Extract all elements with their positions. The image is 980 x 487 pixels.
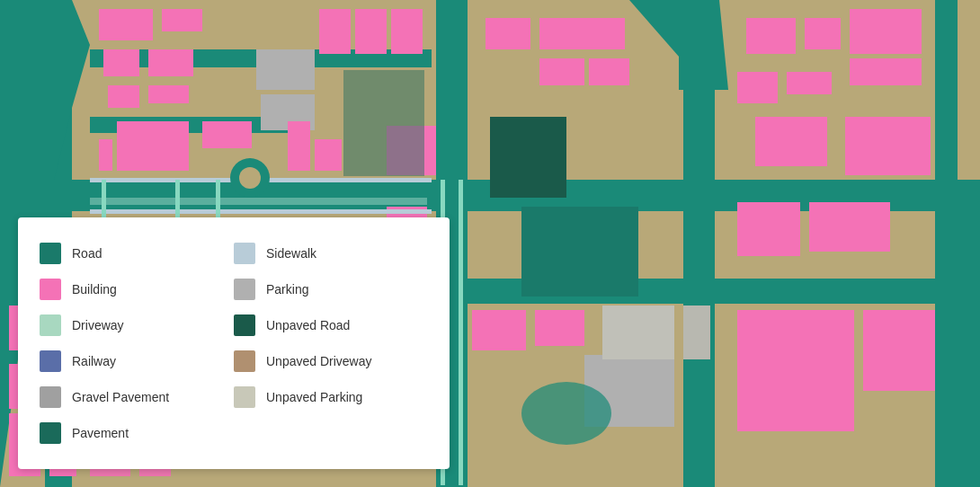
svg-rect-68 bbox=[539, 18, 584, 49]
svg-rect-43 bbox=[90, 209, 432, 214]
legend-panel: Road Sidewalk Building Parking Driveway bbox=[18, 217, 450, 469]
svg-rect-40 bbox=[256, 49, 315, 90]
driveway-label: Driveway bbox=[72, 318, 124, 332]
sidewalk-label: Sidewalk bbox=[266, 246, 316, 261]
svg-rect-53 bbox=[90, 198, 427, 205]
svg-rect-35 bbox=[845, 117, 931, 175]
building-swatch bbox=[40, 279, 61, 300]
legend-grid: Road Sidewalk Building Parking Driveway bbox=[40, 235, 428, 451]
pavement-swatch bbox=[40, 422, 61, 444]
svg-rect-14 bbox=[103, 49, 139, 76]
svg-rect-17 bbox=[148, 85, 189, 103]
legend-item-unpaved-road: Unpaved Road bbox=[234, 307, 428, 343]
legend-item-unpaved-driveway: Unpaved Driveway bbox=[234, 343, 428, 379]
svg-rect-20 bbox=[99, 139, 112, 171]
svg-rect-39 bbox=[809, 202, 890, 252]
svg-rect-38 bbox=[737, 202, 800, 256]
svg-rect-77 bbox=[944, 180, 980, 487]
unpaved-road-swatch bbox=[234, 314, 255, 336]
road-label: Road bbox=[72, 246, 102, 261]
svg-rect-83 bbox=[343, 70, 424, 176]
unpaved-parking-label: Unpaved Parking bbox=[266, 390, 362, 404]
legend-item-parking: Parking bbox=[234, 271, 428, 307]
legend-item-railway: Railway bbox=[40, 343, 234, 379]
svg-rect-16 bbox=[108, 85, 139, 108]
gravel-swatch bbox=[40, 386, 61, 408]
svg-point-80 bbox=[521, 382, 611, 445]
svg-rect-18 bbox=[117, 121, 189, 171]
svg-rect-12 bbox=[99, 9, 153, 40]
legend-item-road: Road bbox=[40, 235, 234, 271]
svg-rect-71 bbox=[589, 58, 629, 85]
legend-item-driveway: Driveway bbox=[40, 307, 234, 343]
unpaved-parking-swatch bbox=[234, 386, 255, 408]
svg-rect-82 bbox=[315, 139, 342, 171]
legend-item-sidewalk: Sidewalk bbox=[234, 235, 428, 271]
svg-rect-28 bbox=[746, 18, 796, 54]
svg-rect-13 bbox=[162, 9, 202, 31]
svg-rect-22 bbox=[355, 9, 387, 54]
svg-rect-37 bbox=[863, 310, 935, 391]
unpaved-road-label: Unpaved Road bbox=[266, 318, 350, 332]
svg-rect-79 bbox=[683, 305, 710, 359]
svg-rect-51 bbox=[535, 310, 584, 346]
svg-rect-78 bbox=[602, 305, 674, 359]
svg-rect-81 bbox=[288, 121, 310, 171]
svg-rect-67 bbox=[486, 18, 530, 49]
parking-swatch bbox=[234, 279, 255, 300]
svg-rect-30 bbox=[850, 9, 922, 54]
svg-rect-27 bbox=[521, 207, 638, 297]
svg-rect-36 bbox=[737, 310, 854, 431]
driveway-swatch bbox=[40, 314, 61, 336]
svg-rect-32 bbox=[737, 72, 778, 103]
svg-rect-69 bbox=[584, 18, 625, 49]
svg-rect-34 bbox=[755, 117, 827, 166]
road-swatch bbox=[40, 243, 61, 264]
map-container: Road Sidewalk Building Parking Driveway bbox=[0, 0, 980, 487]
unpaved-driveway-label: Unpaved Driveway bbox=[266, 354, 372, 368]
legend-item-gravel: Gravel Pavement bbox=[40, 379, 234, 415]
svg-rect-15 bbox=[148, 49, 193, 76]
sidewalk-swatch bbox=[234, 243, 255, 264]
svg-point-55 bbox=[239, 167, 261, 189]
svg-rect-29 bbox=[805, 18, 841, 49]
svg-rect-19 bbox=[202, 121, 252, 148]
svg-rect-50 bbox=[472, 310, 526, 350]
parking-label: Parking bbox=[266, 282, 308, 297]
svg-rect-23 bbox=[391, 9, 423, 54]
railway-swatch bbox=[40, 350, 61, 372]
unpaved-driveway-swatch bbox=[234, 350, 255, 372]
legend-item-unpaved-parking: Unpaved Parking bbox=[234, 379, 428, 415]
building-label: Building bbox=[72, 282, 117, 297]
gravel-label: Gravel Pavement bbox=[72, 390, 169, 404]
svg-rect-26 bbox=[490, 117, 566, 198]
svg-rect-70 bbox=[539, 58, 584, 85]
railway-label: Railway bbox=[72, 354, 116, 368]
legend-item-pavement: Pavement bbox=[40, 415, 234, 451]
legend-item-building: Building bbox=[40, 271, 234, 307]
pavement-label: Pavement bbox=[72, 426, 129, 440]
svg-rect-21 bbox=[319, 9, 351, 54]
svg-rect-31 bbox=[850, 58, 922, 85]
svg-rect-33 bbox=[787, 72, 832, 94]
svg-rect-76 bbox=[459, 180, 463, 485]
